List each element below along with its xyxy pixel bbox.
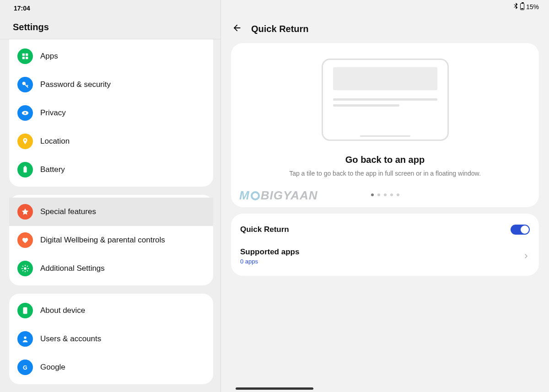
sidebar-item-label: Users & accounts	[40, 334, 101, 344]
star-icon	[17, 204, 33, 220]
device-icon	[17, 303, 33, 318]
carousel-dot[interactable]	[390, 193, 393, 196]
bluetooth-icon	[513, 3, 518, 11]
detail-body: Go back to an app Tap a tile to go back …	[221, 43, 549, 276]
row-title: Quick Return	[240, 225, 289, 234]
sidebar-item-privacy[interactable]: Privacy	[9, 99, 213, 127]
illustration-line	[333, 98, 437, 101]
svg-point-12	[24, 337, 26, 339]
sidebar-item-label: Password & security	[40, 80, 111, 89]
sidebar-item-pwd[interactable]: Password & security	[9, 70, 213, 99]
carousel-dot[interactable]	[377, 193, 380, 196]
gear-icon	[17, 261, 33, 276]
status-right: 15%	[513, 3, 539, 11]
sidebar-item-label: Special features	[40, 207, 96, 216]
carousel-dot[interactable]	[397, 193, 399, 196]
settings-panel: 17:04 Settings AppsPassword & securityPr…	[0, 0, 221, 392]
battery-percent: 15%	[526, 3, 539, 11]
grid-icon	[17, 48, 33, 64]
quick-return-switch[interactable]	[511, 225, 530, 235]
navigation-bar-pill[interactable]	[236, 387, 313, 390]
g-icon: G	[17, 360, 33, 375]
settings-group: About deviceUsers & accountsGGoogle	[9, 294, 213, 384]
svg-rect-2	[22, 57, 25, 59]
status-time: 17:04	[0, 0, 221, 14]
svg-point-6	[24, 112, 26, 114]
settings-list[interactable]: AppsPassword & securityPrivacyLocationBa…	[0, 39, 221, 392]
illustration-handle	[360, 135, 410, 137]
supported-apps-row[interactable]: Supported apps 0 apps	[231, 241, 539, 271]
sidebar-item-label: Location	[40, 137, 70, 146]
row-subtitle: 0 apps	[240, 258, 299, 265]
sidebar-item-label: Digital Wellbeing & parental controls	[40, 236, 165, 245]
illustration-block	[333, 67, 437, 90]
heart-icon	[17, 232, 33, 248]
sidebar-item-apps[interactable]: Apps	[9, 42, 213, 70]
svg-rect-11	[23, 307, 27, 314]
settings-group: Special featuresDigital Wellbeing & pare…	[9, 195, 213, 285]
person-icon	[17, 331, 33, 347]
illustration	[322, 59, 449, 141]
back-button[interactable]	[232, 23, 242, 35]
sidebar-item-addl[interactable]: Additional Settings	[9, 254, 213, 283]
sidebar-item-special[interactable]: Special features	[9, 198, 213, 226]
carousel-dot[interactable]	[371, 193, 374, 196]
key-icon	[17, 77, 33, 92]
page-title: Quick Return	[251, 24, 309, 34]
settings-title: Settings	[0, 14, 221, 39]
sidebar-item-dwb[interactable]: Digital Wellbeing & parental controls	[9, 226, 213, 254]
svg-rect-8	[23, 167, 27, 173]
sidebar-item-label: Battery	[40, 165, 65, 174]
arrow-left-icon	[232, 23, 242, 33]
info-card: Go back to an app Tap a tile to go back …	[231, 43, 539, 207]
chevron-right-icon	[522, 252, 530, 260]
row-title: Supported apps	[240, 247, 299, 257]
svg-text:G: G	[23, 365, 27, 371]
sidebar-item-label: Google	[40, 363, 65, 372]
svg-rect-1	[26, 54, 28, 56]
pin-icon	[17, 134, 33, 149]
svg-point-7	[24, 140, 26, 141]
sidebar-item-location[interactable]: Location	[9, 127, 213, 156]
detail-header: Quick Return	[221, 0, 549, 43]
app-root: 17:04 Settings AppsPassword & securityPr…	[0, 0, 549, 392]
card-heading: Go back to an app	[242, 155, 528, 165]
sidebar-item-label: Privacy	[40, 108, 66, 118]
settings-group: AppsPassword & securityPrivacyLocationBa…	[9, 39, 213, 187]
sidebar-item-about[interactable]: About device	[9, 296, 213, 325]
sidebar-item-label: Additional Settings	[40, 264, 105, 273]
svg-rect-9	[24, 166, 26, 167]
eye-icon	[17, 105, 33, 121]
options-card: Quick Return Supported apps 0 apps	[231, 214, 539, 276]
sidebar-item-label: Apps	[40, 52, 58, 61]
sidebar-item-google[interactable]: GGoogle	[9, 353, 213, 381]
card-description: Tap a tile to go back to the app in full…	[242, 170, 528, 177]
carousel-dots[interactable]	[242, 193, 528, 196]
battery-icon	[17, 162, 33, 177]
svg-point-10	[24, 267, 26, 269]
sidebar-item-label: About device	[40, 306, 85, 315]
svg-rect-0	[22, 54, 25, 56]
quick-return-toggle-row[interactable]: Quick Return	[231, 218, 539, 241]
detail-panel: 15% Quick Return Go back to an app Tap a…	[221, 0, 549, 392]
sidebar-item-battery[interactable]: Battery	[9, 156, 213, 184]
sidebar-item-users[interactable]: Users & accounts	[9, 325, 213, 353]
illustration-line	[333, 104, 400, 107]
battery-icon	[520, 3, 524, 10]
svg-rect-3	[26, 57, 28, 59]
carousel-dot[interactable]	[384, 193, 387, 196]
svg-point-4	[22, 82, 26, 85]
